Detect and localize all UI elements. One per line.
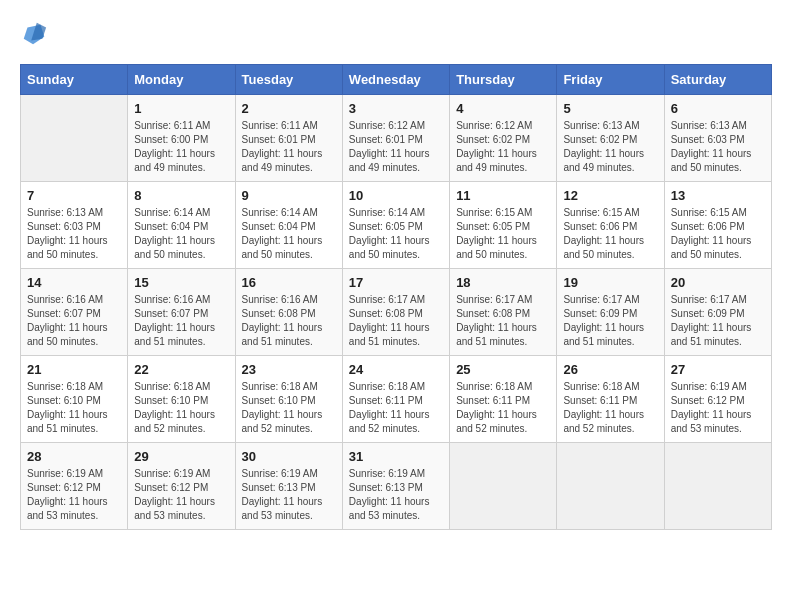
day-number: 5	[563, 101, 657, 116]
day-cell: 31Sunrise: 6:19 AM Sunset: 6:13 PM Dayli…	[342, 443, 449, 530]
day-info: Sunrise: 6:18 AM Sunset: 6:10 PM Dayligh…	[134, 380, 228, 436]
header-cell-tuesday: Tuesday	[235, 65, 342, 95]
day-info: Sunrise: 6:16 AM Sunset: 6:07 PM Dayligh…	[27, 293, 121, 349]
logo-icon	[20, 20, 48, 48]
day-cell: 15Sunrise: 6:16 AM Sunset: 6:07 PM Dayli…	[128, 269, 235, 356]
day-cell: 29Sunrise: 6:19 AM Sunset: 6:12 PM Dayli…	[128, 443, 235, 530]
day-cell: 23Sunrise: 6:18 AM Sunset: 6:10 PM Dayli…	[235, 356, 342, 443]
day-info: Sunrise: 6:18 AM Sunset: 6:10 PM Dayligh…	[27, 380, 121, 436]
day-info: Sunrise: 6:14 AM Sunset: 6:04 PM Dayligh…	[134, 206, 228, 262]
calendar-table: SundayMondayTuesdayWednesdayThursdayFrid…	[20, 64, 772, 530]
day-info: Sunrise: 6:19 AM Sunset: 6:13 PM Dayligh…	[349, 467, 443, 523]
day-number: 11	[456, 188, 550, 203]
day-number: 23	[242, 362, 336, 377]
day-info: Sunrise: 6:15 AM Sunset: 6:05 PM Dayligh…	[456, 206, 550, 262]
day-number: 31	[349, 449, 443, 464]
header-cell-saturday: Saturday	[664, 65, 771, 95]
day-number: 17	[349, 275, 443, 290]
day-cell: 11Sunrise: 6:15 AM Sunset: 6:05 PM Dayli…	[450, 182, 557, 269]
day-info: Sunrise: 6:15 AM Sunset: 6:06 PM Dayligh…	[563, 206, 657, 262]
day-info: Sunrise: 6:18 AM Sunset: 6:11 PM Dayligh…	[563, 380, 657, 436]
week-row-1: 1Sunrise: 6:11 AM Sunset: 6:00 PM Daylig…	[21, 95, 772, 182]
day-info: Sunrise: 6:13 AM Sunset: 6:03 PM Dayligh…	[671, 119, 765, 175]
day-number: 4	[456, 101, 550, 116]
day-number: 30	[242, 449, 336, 464]
day-info: Sunrise: 6:16 AM Sunset: 6:07 PM Dayligh…	[134, 293, 228, 349]
day-cell: 5Sunrise: 6:13 AM Sunset: 6:02 PM Daylig…	[557, 95, 664, 182]
day-cell: 6Sunrise: 6:13 AM Sunset: 6:03 PM Daylig…	[664, 95, 771, 182]
day-number: 12	[563, 188, 657, 203]
day-info: Sunrise: 6:19 AM Sunset: 6:12 PM Dayligh…	[671, 380, 765, 436]
day-number: 14	[27, 275, 121, 290]
day-cell: 10Sunrise: 6:14 AM Sunset: 6:05 PM Dayli…	[342, 182, 449, 269]
day-number: 2	[242, 101, 336, 116]
day-cell	[21, 95, 128, 182]
day-cell: 2Sunrise: 6:11 AM Sunset: 6:01 PM Daylig…	[235, 95, 342, 182]
day-info: Sunrise: 6:12 AM Sunset: 6:01 PM Dayligh…	[349, 119, 443, 175]
day-cell	[557, 443, 664, 530]
day-info: Sunrise: 6:11 AM Sunset: 6:00 PM Dayligh…	[134, 119, 228, 175]
day-number: 1	[134, 101, 228, 116]
day-info: Sunrise: 6:14 AM Sunset: 6:04 PM Dayligh…	[242, 206, 336, 262]
day-number: 29	[134, 449, 228, 464]
day-number: 25	[456, 362, 550, 377]
day-cell: 30Sunrise: 6:19 AM Sunset: 6:13 PM Dayli…	[235, 443, 342, 530]
day-number: 8	[134, 188, 228, 203]
day-cell: 28Sunrise: 6:19 AM Sunset: 6:12 PM Dayli…	[21, 443, 128, 530]
header-cell-sunday: Sunday	[21, 65, 128, 95]
day-number: 20	[671, 275, 765, 290]
day-number: 24	[349, 362, 443, 377]
day-number: 10	[349, 188, 443, 203]
header-row: SundayMondayTuesdayWednesdayThursdayFrid…	[21, 65, 772, 95]
header-cell-friday: Friday	[557, 65, 664, 95]
day-info: Sunrise: 6:12 AM Sunset: 6:02 PM Dayligh…	[456, 119, 550, 175]
day-info: Sunrise: 6:19 AM Sunset: 6:12 PM Dayligh…	[27, 467, 121, 523]
day-info: Sunrise: 6:19 AM Sunset: 6:12 PM Dayligh…	[134, 467, 228, 523]
day-number: 15	[134, 275, 228, 290]
week-row-2: 7Sunrise: 6:13 AM Sunset: 6:03 PM Daylig…	[21, 182, 772, 269]
day-number: 13	[671, 188, 765, 203]
day-info: Sunrise: 6:18 AM Sunset: 6:11 PM Dayligh…	[456, 380, 550, 436]
day-cell: 22Sunrise: 6:18 AM Sunset: 6:10 PM Dayli…	[128, 356, 235, 443]
week-row-3: 14Sunrise: 6:16 AM Sunset: 6:07 PM Dayli…	[21, 269, 772, 356]
day-info: Sunrise: 6:14 AM Sunset: 6:05 PM Dayligh…	[349, 206, 443, 262]
day-cell: 1Sunrise: 6:11 AM Sunset: 6:00 PM Daylig…	[128, 95, 235, 182]
day-cell	[664, 443, 771, 530]
day-info: Sunrise: 6:15 AM Sunset: 6:06 PM Dayligh…	[671, 206, 765, 262]
day-number: 27	[671, 362, 765, 377]
header	[20, 20, 772, 48]
day-cell	[450, 443, 557, 530]
day-number: 7	[27, 188, 121, 203]
day-cell: 25Sunrise: 6:18 AM Sunset: 6:11 PM Dayli…	[450, 356, 557, 443]
day-cell: 9Sunrise: 6:14 AM Sunset: 6:04 PM Daylig…	[235, 182, 342, 269]
logo	[20, 20, 52, 48]
day-info: Sunrise: 6:17 AM Sunset: 6:09 PM Dayligh…	[563, 293, 657, 349]
day-cell: 20Sunrise: 6:17 AM Sunset: 6:09 PM Dayli…	[664, 269, 771, 356]
day-cell: 19Sunrise: 6:17 AM Sunset: 6:09 PM Dayli…	[557, 269, 664, 356]
day-number: 28	[27, 449, 121, 464]
week-row-4: 21Sunrise: 6:18 AM Sunset: 6:10 PM Dayli…	[21, 356, 772, 443]
day-cell: 16Sunrise: 6:16 AM Sunset: 6:08 PM Dayli…	[235, 269, 342, 356]
day-number: 22	[134, 362, 228, 377]
day-info: Sunrise: 6:13 AM Sunset: 6:03 PM Dayligh…	[27, 206, 121, 262]
day-number: 21	[27, 362, 121, 377]
day-info: Sunrise: 6:17 AM Sunset: 6:08 PM Dayligh…	[349, 293, 443, 349]
week-row-5: 28Sunrise: 6:19 AM Sunset: 6:12 PM Dayli…	[21, 443, 772, 530]
day-number: 18	[456, 275, 550, 290]
day-number: 26	[563, 362, 657, 377]
day-info: Sunrise: 6:18 AM Sunset: 6:11 PM Dayligh…	[349, 380, 443, 436]
day-cell: 8Sunrise: 6:14 AM Sunset: 6:04 PM Daylig…	[128, 182, 235, 269]
day-cell: 7Sunrise: 6:13 AM Sunset: 6:03 PM Daylig…	[21, 182, 128, 269]
day-cell: 14Sunrise: 6:16 AM Sunset: 6:07 PM Dayli…	[21, 269, 128, 356]
day-info: Sunrise: 6:13 AM Sunset: 6:02 PM Dayligh…	[563, 119, 657, 175]
day-info: Sunrise: 6:17 AM Sunset: 6:09 PM Dayligh…	[671, 293, 765, 349]
day-info: Sunrise: 6:11 AM Sunset: 6:01 PM Dayligh…	[242, 119, 336, 175]
day-info: Sunrise: 6:19 AM Sunset: 6:13 PM Dayligh…	[242, 467, 336, 523]
day-number: 19	[563, 275, 657, 290]
day-cell: 24Sunrise: 6:18 AM Sunset: 6:11 PM Dayli…	[342, 356, 449, 443]
day-cell: 3Sunrise: 6:12 AM Sunset: 6:01 PM Daylig…	[342, 95, 449, 182]
day-info: Sunrise: 6:17 AM Sunset: 6:08 PM Dayligh…	[456, 293, 550, 349]
day-cell: 13Sunrise: 6:15 AM Sunset: 6:06 PM Dayli…	[664, 182, 771, 269]
day-number: 6	[671, 101, 765, 116]
day-cell: 26Sunrise: 6:18 AM Sunset: 6:11 PM Dayli…	[557, 356, 664, 443]
